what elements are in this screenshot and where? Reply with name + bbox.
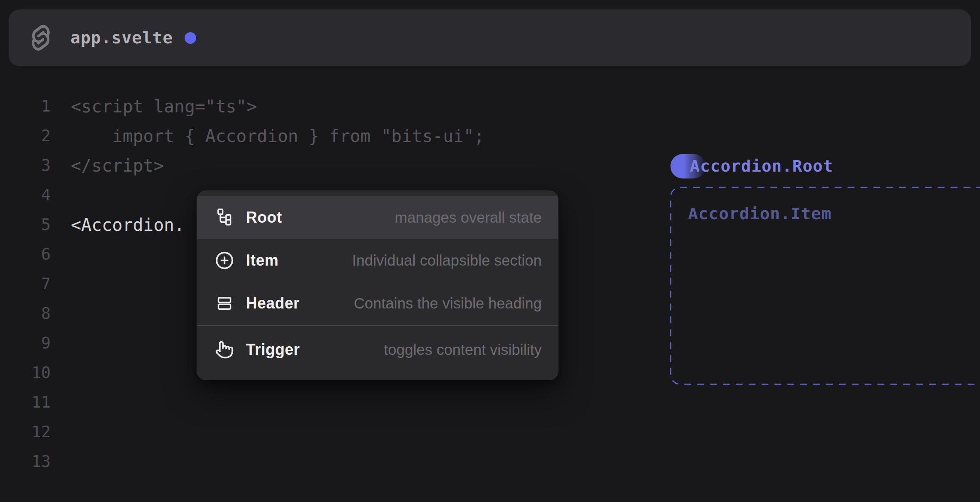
autocomplete-item-description: Individual collapsible section [352,252,542,269]
autocomplete-item-root[interactable]: Root manages overall state [197,196,558,239]
code-text: </script> [51,156,164,175]
autocomplete-item-description: toggles content visibility [384,341,542,358]
rows-icon [215,293,234,314]
code-line[interactable]: 11 [0,387,670,417]
svelte-logo-icon [30,25,52,51]
tree-icon [215,207,234,228]
autocomplete-item-label: Trigger [246,341,300,359]
pointer-icon [215,339,234,360]
tab-filename: app.svelte [70,28,173,47]
code-line[interactable]: 2 import { Accordion } from "bits-ui"; [0,121,670,151]
line-number: 5 [0,215,51,234]
autocomplete-item-label: Root [246,209,282,227]
unsaved-indicator-dot [185,32,196,44]
circle-plus-icon [215,250,234,271]
line-number: 8 [0,304,51,323]
line-number: 6 [0,245,51,263]
line-number: 10 [0,363,51,382]
code-line[interactable]: 13 [0,447,670,476]
autocomplete-item-label: Item [246,251,279,269]
code-text: import { Accordion } from "bits-ui"; [51,126,484,146]
editor-window: app.svelte 1<script lang="ts"> 2 import … [0,0,980,502]
line-number: 11 [0,393,51,411]
code-text: <script lang="ts"> [51,97,257,116]
autocomplete-item-description: manages overall state [395,209,542,226]
code-text: <Accordion. [51,215,185,235]
autocomplete-item-description: Contains the visible heading [354,295,542,312]
autocomplete-item-trigger[interactable]: Trigger toggles content visibility [197,325,558,374]
code-line[interactable]: 1<script lang="ts"> [0,91,670,121]
code-line[interactable]: 3</script> [0,151,670,180]
preview-accordion-root-label: Accordion.Root [690,154,833,178]
line-number: 13 [0,452,51,471]
autocomplete-item-header[interactable]: Header Contains the visible heading [197,282,558,325]
line-number: 7 [0,275,51,293]
code-line[interactable]: 12 [0,417,670,447]
line-number: 1 [0,97,51,115]
preview-accordion-item-label: Accordion.Item [688,204,831,223]
autocomplete-menu: Root manages overall state Item Individu… [197,191,558,380]
line-number: 3 [0,156,51,175]
line-number: 2 [0,127,51,145]
autocomplete-item-item[interactable]: Item Individual collapsible section [197,239,558,282]
line-number: 12 [0,423,51,441]
autocomplete-item-label: Header [246,294,300,312]
line-number: 4 [0,186,51,204]
tab-bar[interactable]: app.svelte [9,9,971,66]
line-number: 9 [0,334,51,352]
